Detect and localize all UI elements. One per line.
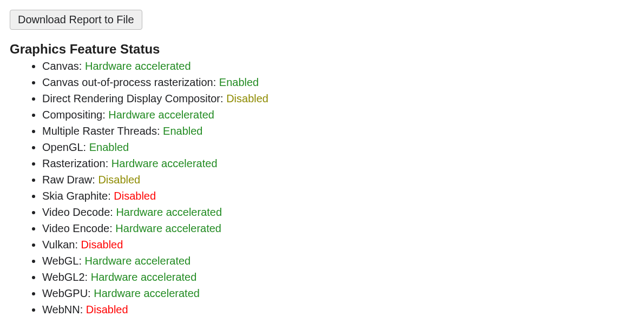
- feature-item: Compositing: Hardware accelerated: [42, 107, 634, 123]
- feature-status: Disabled: [226, 93, 268, 104]
- feature-name: Compositing: [42, 109, 102, 121]
- feature-status: Disabled: [98, 174, 140, 186]
- feature-name: Video Decode: [42, 206, 110, 218]
- graphics-feature-list: Canvas: Hardware acceleratedCanvas out-o…: [10, 58, 634, 318]
- feature-name: Skia Graphite: [42, 190, 108, 202]
- feature-separator: :: [78, 255, 84, 267]
- feature-status: Hardware accelerated: [108, 109, 214, 121]
- feature-status: Disabled: [114, 190, 156, 202]
- feature-item: Video Encode: Hardware accelerated: [42, 220, 634, 236]
- feature-status: Enabled: [163, 125, 202, 137]
- feature-item: WebGL2: Hardware accelerated: [42, 269, 634, 285]
- feature-separator: :: [92, 174, 98, 186]
- feature-separator: :: [106, 157, 111, 169]
- feature-item: Skia Graphite: Disabled: [42, 188, 634, 204]
- feature-separator: :: [108, 190, 114, 202]
- feature-name: Canvas: [42, 60, 79, 72]
- feature-separator: :: [85, 271, 91, 283]
- feature-separator: :: [102, 109, 108, 121]
- feature-separator: :: [80, 304, 86, 315]
- feature-item: Direct Rendering Display Compositor: Dis…: [42, 90, 634, 107]
- feature-status: Enabled: [219, 76, 259, 88]
- feature-item: Canvas: Hardware accelerated: [42, 58, 634, 74]
- feature-status: Hardware accelerated: [85, 255, 191, 267]
- feature-item: Canvas out-of-process rasterization: Ena…: [42, 74, 634, 90]
- feature-item: OpenGL: Enabled: [42, 139, 634, 155]
- feature-name: Video Encode: [42, 222, 109, 234]
- feature-name: WebGL: [42, 255, 78, 267]
- feature-item: Vulkan: Disabled: [42, 236, 634, 253]
- feature-status: Disabled: [81, 239, 123, 251]
- feature-separator: :: [110, 206, 116, 218]
- feature-name: WebNN: [42, 304, 80, 315]
- feature-item: WebNN: Disabled: [42, 301, 634, 318]
- feature-name: Vulkan: [42, 239, 75, 251]
- feature-item: Video Decode: Hardware accelerated: [42, 204, 634, 220]
- download-report-button[interactable]: Download Report to File: [10, 10, 142, 30]
- feature-item: WebGPU: Hardware accelerated: [42, 285, 634, 301]
- feature-name: OpenGL: [42, 141, 83, 153]
- feature-name: Raw Draw: [42, 174, 92, 186]
- feature-name: Canvas out-of-process rasterization: [42, 76, 213, 88]
- feature-name: WebGPU: [42, 287, 88, 299]
- feature-item: Multiple Raster Threads: Enabled: [42, 123, 634, 139]
- feature-separator: :: [109, 222, 115, 234]
- feature-status: Hardware accelerated: [115, 222, 221, 234]
- feature-item: WebGL: Hardware accelerated: [42, 253, 634, 269]
- feature-status: Hardware accelerated: [85, 60, 191, 72]
- feature-separator: :: [157, 125, 163, 137]
- feature-status: Disabled: [86, 304, 128, 315]
- feature-separator: :: [75, 239, 81, 251]
- feature-item: Raw Draw: Disabled: [42, 172, 634, 188]
- feature-status: Hardware accelerated: [111, 157, 218, 169]
- feature-name: Multiple Raster Threads: [42, 125, 157, 137]
- feature-status: Enabled: [89, 141, 129, 153]
- feature-separator: :: [213, 76, 219, 88]
- feature-status: Hardware accelerated: [116, 206, 222, 218]
- feature-separator: :: [83, 141, 89, 153]
- feature-separator: :: [88, 287, 94, 299]
- feature-name: Rasterization: [42, 157, 106, 169]
- feature-separator: :: [220, 93, 226, 104]
- feature-separator: :: [79, 60, 85, 72]
- feature-name: WebGL2: [42, 271, 85, 283]
- feature-status: Hardware accelerated: [91, 271, 197, 283]
- feature-status: Hardware accelerated: [94, 287, 200, 299]
- feature-item: Rasterization: Hardware accelerated: [42, 155, 634, 172]
- section-title-graphics-feature-status: Graphics Feature Status: [10, 42, 634, 57]
- feature-name: Direct Rendering Display Compositor: [42, 93, 220, 104]
